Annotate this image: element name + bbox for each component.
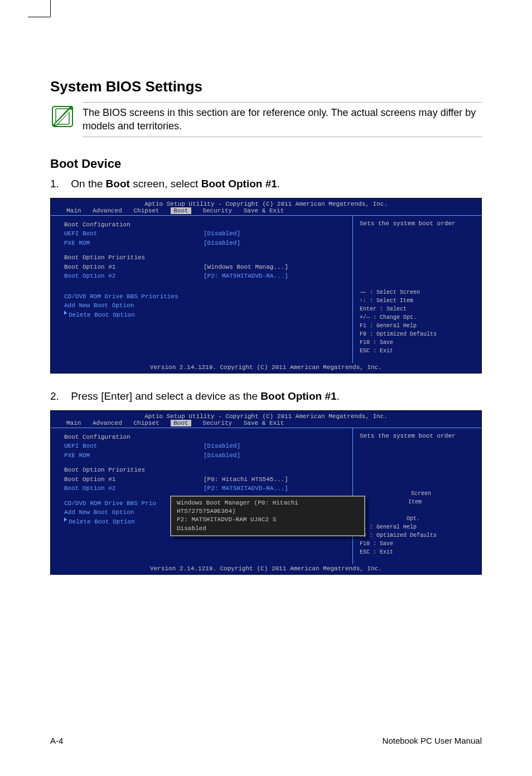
step-2: 2. Press [Enter] and select a device as … (50, 390, 482, 402)
label-del-opt: Delete Boot Option (69, 517, 135, 527)
bios-screenshot-2: Aptio Setup Utility - Copyright (C) 2011… (50, 410, 482, 575)
value-boot-opt2: [P2: MATSHITADVD-RA...] (204, 271, 288, 281)
label-pxe-rom: PXE ROM (64, 239, 204, 248)
label-uefi-boot: UEFI Boot (64, 229, 204, 239)
label-boot-config: Boot Configuration (64, 433, 204, 442)
tab-security: Security (202, 420, 232, 426)
label-boot-opt2: Boot Option #2 (64, 484, 204, 493)
bios-tabs: Main Advanced Chipset Boot Security Save… (51, 207, 481, 216)
value-uefi-boot: [Disabled] (204, 442, 240, 451)
tab-advanced: Advanced (93, 420, 122, 426)
value-boot-opt1: [Windows Boot Manag...] (204, 263, 288, 272)
label-add-opt: Add New Boot Option (64, 301, 134, 311)
bios-title: Aptio Setup Utility - Copyright (C) 2011… (51, 198, 481, 207)
tab-boot: Boot (171, 420, 191, 426)
tab-main: Main (66, 207, 81, 214)
label-uefi-boot: UEFI Boot (64, 442, 204, 451)
value-pxe-rom: [Disabled] (204, 451, 240, 460)
value-boot-opt1: [P0: Hitachi HTS545...] (204, 475, 288, 484)
tab-chipset: Chipset (133, 420, 159, 426)
note-text: The BIOS screens in this section are for… (83, 102, 482, 137)
page-number: A-4 (50, 736, 63, 745)
section-heading: Boot Device (50, 157, 482, 171)
bios-footer: Version 2.14.1219. Copyright (C) 2011 Am… (51, 564, 481, 574)
bios-keys: →← : Select Screen ↑↓ : Select Item Ente… (360, 288, 476, 355)
bios-hint: Sets the system boot order (360, 433, 476, 439)
bios-keys: Screen Item Opt. F1 : General Help F9 : … (360, 489, 476, 556)
label-boot-config: Boot Configuration (64, 220, 204, 230)
note-block: The BIOS screens in this section are for… (50, 102, 482, 137)
label-cd-prio: CD/DVD ROM Drive BBS Priorities (64, 292, 178, 302)
bios-footer: Version 2.14.1219. Copyright (C) 2011 Am… (51, 363, 481, 373)
popup-option-2: P2: MATSHITADVD-RAM UJ8C2 S (177, 516, 359, 524)
label-boot-opt2: Boot Option #2 (64, 271, 204, 281)
popup-option-1: Windows Boot Manager (P0: Hitachi HTS727… (177, 499, 359, 516)
tab-security: Security (202, 207, 232, 214)
tab-save: Save & Exit (244, 420, 284, 426)
triangle-icon (64, 517, 67, 522)
tab-main: Main (66, 420, 81, 426)
popup-option-3: Disabled (177, 525, 359, 533)
step-1: 1. On the Boot screen, select Boot Optio… (50, 178, 482, 190)
label-boot-opt1: Boot Option #1 (64, 263, 204, 272)
tab-boot: Boot (171, 207, 191, 214)
bios-screenshot-1: Aptio Setup Utility - Copyright (C) 2011… (50, 198, 482, 374)
label-priorities: Boot Option Priorities (64, 465, 204, 475)
triangle-icon (64, 311, 67, 315)
page-footer: A-4 Notebook PC User Manual (50, 736, 482, 745)
value-pxe-rom: [Disabled] (204, 239, 240, 248)
bios-tabs: Main Advanced Chipset Boot Security Save… (51, 420, 481, 428)
manual-title: Notebook PC User Manual (383, 736, 482, 745)
label-priorities: Boot Option Priorities (64, 253, 204, 263)
value-uefi-boot: [Disabled] (204, 229, 240, 239)
label-add-opt: Add New Boot Option (64, 508, 134, 517)
label-cd-prio: CD/DVD ROM Drive BBS Prio (64, 499, 156, 508)
label-del-opt: Delete Boot Option (69, 311, 135, 320)
note-icon (50, 104, 75, 131)
boot-option-popup: Windows Boot Manager (P0: Hitachi HTS727… (170, 496, 365, 537)
tab-chipset: Chipset (133, 207, 159, 214)
page-heading: System BIOS Settings (50, 78, 482, 95)
tab-advanced: Advanced (93, 207, 122, 214)
bios-hint: Sets the system boot order (360, 220, 476, 227)
label-pxe-rom: PXE ROM (64, 451, 204, 460)
bios-title: Aptio Setup Utility - Copyright (C) 2011… (51, 411, 481, 420)
tab-save: Save & Exit (244, 207, 284, 214)
label-boot-opt1: Boot Option #1 (64, 475, 204, 484)
value-boot-opt2: [P2: MATSHITADVD-RA...] (204, 484, 288, 493)
